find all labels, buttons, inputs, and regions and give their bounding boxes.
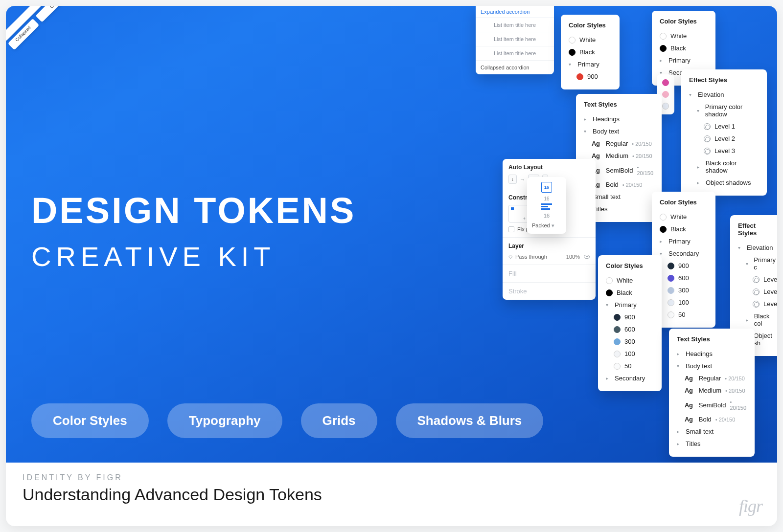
stroke-section[interactable]: Stroke <box>503 283 596 300</box>
color-row-secondary[interactable]: ▸Secondary <box>606 372 654 384</box>
text-row-titles[interactable]: ▸Titles <box>677 438 747 450</box>
text-row-medium[interactable]: AgMedium• 20/150 <box>592 150 654 162</box>
swatch-icon <box>606 277 613 284</box>
effect-row-level[interactable]: Level <box>753 286 776 298</box>
text-row-headings[interactable]: ▸Headings <box>677 348 747 360</box>
color-row-50[interactable]: 50 <box>668 309 708 321</box>
color-row-white[interactable]: White <box>660 211 708 223</box>
color-row-600[interactable]: 600 <box>614 323 654 335</box>
effect-icon <box>704 148 711 155</box>
effect-row-primary-shadow[interactable]: ▾Primary color shadow <box>697 101 759 120</box>
effect-icon <box>753 288 760 295</box>
effect-row-black-shadow[interactable]: ▸Black col <box>746 310 776 330</box>
fill-section[interactable]: Fill <box>503 265 596 283</box>
color-row-50[interactable]: 50 <box>614 360 654 372</box>
color-row-black[interactable]: Black <box>606 287 654 299</box>
direction-button[interactable]: ↓ <box>508 175 517 184</box>
color-row-primary[interactable]: ▾Primary <box>606 299 654 311</box>
effect-row-black-shadow[interactable]: ▸Black color shadow <box>697 157 759 177</box>
section-title: Auto Layout <box>508 164 590 171</box>
opacity-value[interactable]: 100% <box>566 254 580 260</box>
color-row-900[interactable]: 900 <box>576 70 612 83</box>
hero: List item Collapsed Collapsed accordion … <box>6 6 777 463</box>
text-row-headings[interactable]: ▸Headings <box>584 113 654 125</box>
arrow-right-icon: → <box>520 177 525 182</box>
swatch-icon <box>569 37 576 44</box>
caret-icon: ▾ <box>660 251 665 256</box>
effect-row-level3[interactable]: Level 3 <box>704 145 759 157</box>
color-row-black[interactable]: Black <box>660 42 708 54</box>
color-row-white[interactable]: White <box>569 34 612 46</box>
effect-row-level[interactable]: Level <box>753 273 776 286</box>
caret-icon: ▸ <box>677 429 682 434</box>
caret-icon: ▸ <box>697 164 702 170</box>
caret-icon: ▾ <box>697 108 701 113</box>
accordion-list-item[interactable]: List item title here <box>476 18 554 32</box>
layer-section: Layer ◇Pass through100% <box>503 238 596 265</box>
effect-row-object-shadows[interactable]: ▸Object shadows <box>697 177 759 189</box>
color-row-white[interactable]: White <box>606 274 654 287</box>
panel-title: Color Styles <box>660 199 708 206</box>
color-row-600[interactable]: 600 <box>668 272 708 284</box>
packed-dropdown[interactable]: Packed ▾ <box>532 222 561 229</box>
color-row-primary[interactable]: ▸Primary <box>660 54 708 66</box>
color-row-300[interactable]: 300 <box>668 284 708 296</box>
color-row-300[interactable]: 300 <box>614 335 654 348</box>
panel-title: Effect Styles <box>689 76 759 84</box>
effect-icon <box>753 276 760 283</box>
swatch-icon <box>606 289 613 296</box>
color-row-white[interactable]: White <box>660 30 708 42</box>
color-row-black[interactable]: Black <box>660 223 708 235</box>
effect-row-level[interactable]: Level <box>753 298 776 310</box>
swatch-icon <box>668 263 674 269</box>
accordion-list-item[interactable]: List item title here <box>476 46 554 61</box>
text-row-regular[interactable]: AgRegular• 20/150 <box>685 372 747 384</box>
swatch-icon <box>660 33 667 40</box>
blend-mode-value[interactable]: Pass through <box>515 254 547 260</box>
swatch-icon <box>662 91 669 98</box>
caret-icon: ▸ <box>677 441 682 446</box>
text-row-body[interactable]: ▾Body text <box>677 360 747 372</box>
text-row-semibold[interactable]: AgSemiBold• 20/150 <box>685 397 747 413</box>
caret-icon: ▾ <box>677 363 682 369</box>
page-card: List item Collapsed Collapsed accordion … <box>6 6 777 526</box>
color-row-black[interactable]: Black <box>569 46 612 58</box>
effect-row-elevation[interactable]: ▾Elevation <box>738 242 776 254</box>
effect-row-primary-shadow[interactable]: ▾Primary c <box>746 254 776 273</box>
color-row-primary[interactable]: ▾Primary <box>569 58 612 70</box>
color-row-100[interactable]: 100 <box>614 348 654 360</box>
swatch-icon <box>662 103 669 110</box>
accordion-list-item[interactable]: List item title here <box>476 32 554 46</box>
constraints-box-icon[interactable] <box>508 205 528 222</box>
caret-icon: ▾ <box>584 129 589 134</box>
visibility-icon[interactable] <box>584 255 590 259</box>
effect-row-level1[interactable]: Level 1 <box>704 120 759 133</box>
effect-row-elevation[interactable]: ▾Elevation <box>689 89 759 101</box>
checkbox-fix-position[interactable] <box>508 226 514 232</box>
accordion-collapsed-footer[interactable]: Collapsed accordion <box>476 61 554 74</box>
text-row-bold[interactable]: AgBold• 20/150 <box>592 178 654 191</box>
caret-icon: ▾ <box>569 62 574 67</box>
panel-title: Text Styles <box>584 101 654 108</box>
color-row-900[interactable]: 900 <box>614 311 654 323</box>
color-row-100[interactable]: 100 <box>668 296 708 309</box>
color-row-primary[interactable]: ▸Primary <box>660 235 708 247</box>
swatch-icon <box>668 311 674 318</box>
accordion-expanded-header[interactable]: Expanded accordion <box>476 6 554 18</box>
text-row-medium[interactable]: AgMedium• 20/150 <box>685 384 747 397</box>
text-row-semibold[interactable]: AgSemiBold• 20/150 <box>592 162 654 178</box>
text-row-regular[interactable]: AgRegular• 20/150 <box>592 137 654 150</box>
color-styles-panel-primary-full: Color Styles White Black ▾Primary 900 60… <box>598 255 662 391</box>
swatch-icon <box>668 287 674 294</box>
packed-bars-icon <box>541 203 552 210</box>
footer: IDENTITY BY FIGR Understanding Advanced … <box>6 463 777 526</box>
effect-row-level2[interactable]: Level 2 <box>704 133 759 145</box>
swatch-icon <box>614 314 621 321</box>
color-row-900[interactable]: 900 <box>668 260 708 272</box>
text-row-body[interactable]: ▾Body text <box>584 125 654 137</box>
color-styles-panel-small: Color Styles White Black ▾Primary 900 <box>561 15 620 89</box>
packed-number-box[interactable]: 16 <box>541 182 552 193</box>
text-row-small[interactable]: ▸Small text <box>677 425 747 438</box>
color-row-secondary[interactable]: ▾Secondary <box>660 247 708 260</box>
text-row-bold[interactable]: AgBold• 20/150 <box>685 413 747 425</box>
